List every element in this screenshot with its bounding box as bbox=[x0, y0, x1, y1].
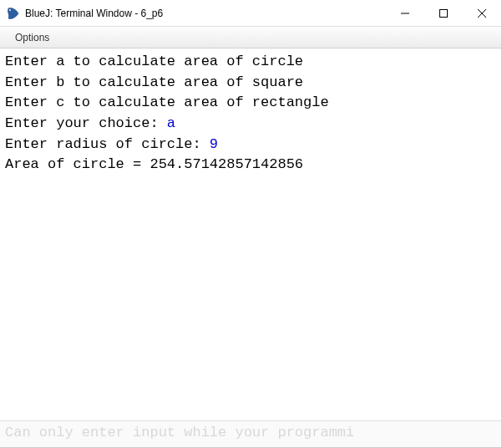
svg-rect-2 bbox=[440, 9, 448, 17]
terminal-prompt-text: Enter c to calculate area of rectangle bbox=[5, 94, 329, 110]
terminal-line: Enter c to calculate area of rectangle bbox=[5, 93, 496, 114]
terminal-line: Enter b to calculate area of square bbox=[5, 73, 496, 94]
terminal-prompt-text: Area of circle = 254.57142857142856 bbox=[5, 156, 303, 172]
status-bar: Can only enter input while your programm… bbox=[0, 420, 501, 447]
terminal-line: Enter radius of circle: 9 bbox=[5, 135, 496, 155]
menu-options[interactable]: Options bbox=[8, 28, 56, 47]
terminal-prompt-text: Enter radius of circle: bbox=[5, 136, 210, 152]
window-title: BlueJ: Terminal Window - 6_p6 bbox=[25, 8, 386, 19]
bluej-icon bbox=[7, 7, 20, 20]
terminal-prompt-text: Enter a to calculate area of circle bbox=[5, 53, 303, 69]
close-button[interactable] bbox=[463, 0, 501, 26]
menubar: Options bbox=[0, 27, 501, 48]
terminal-line: Enter a to calculate area of circle bbox=[5, 52, 496, 73]
terminal-prompt-text: Enter your choice: bbox=[5, 115, 167, 131]
terminal-user-input: 9 bbox=[210, 136, 218, 152]
window-controls bbox=[386, 0, 501, 26]
svg-point-0 bbox=[9, 9, 11, 11]
titlebar: BlueJ: Terminal Window - 6_p6 bbox=[0, 0, 501, 27]
terminal-user-input: a bbox=[167, 115, 175, 131]
maximize-button[interactable] bbox=[424, 0, 463, 26]
minimize-button[interactable] bbox=[386, 0, 424, 26]
terminal-prompt-text: Enter b to calculate area of square bbox=[5, 74, 303, 90]
terminal-output[interactable]: Enter a to calculate area of circleEnter… bbox=[0, 48, 501, 420]
terminal-line: Area of circle = 254.57142857142856 bbox=[5, 155, 496, 176]
terminal-line: Enter your choice: a bbox=[5, 114, 496, 135]
